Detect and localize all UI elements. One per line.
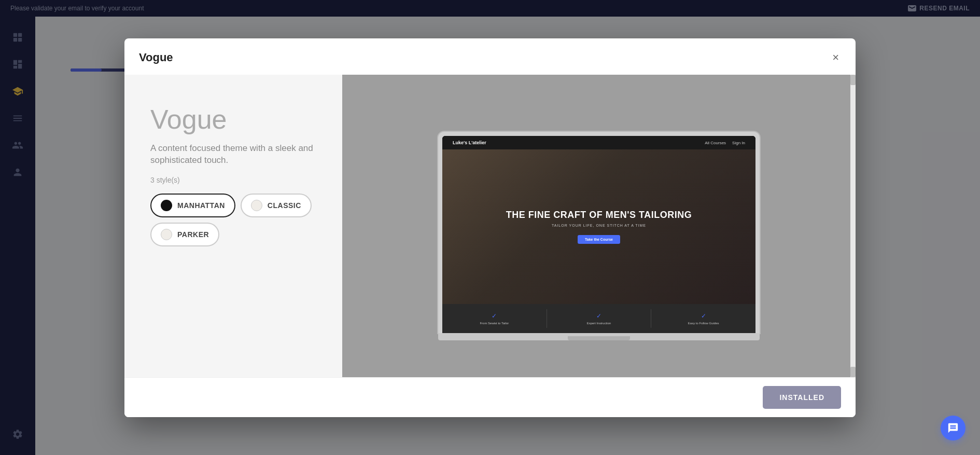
parker-dot [161, 229, 172, 240]
modal-body: Vogue A content focused theme with a sle… [124, 75, 856, 377]
scroll-thumb-bottom[interactable] [850, 367, 856, 377]
laptop-mockup: Luke's L'atelier All Courses Sign In [438, 132, 760, 340]
site-preview: Luke's L'atelier All Courses Sign In [442, 136, 755, 333]
site-features: ✓ From Sewist to Tailor ✓ Expert Instruc… [442, 304, 755, 333]
hero-cta-button[interactable]: Take the Course [578, 235, 620, 244]
vogue-modal: Vogue × Vogue A content focused theme wi… [124, 38, 856, 417]
hero-cta-label: Take the Course [585, 238, 613, 241]
styles-count: 3 style(s) [150, 176, 316, 184]
feature-text-3: Easy to Follow Guides [688, 322, 719, 325]
chat-bubble-button[interactable] [941, 416, 965, 440]
feature-text-1: From Sewist to Tailor [480, 322, 509, 325]
classic-dot [251, 200, 262, 211]
modal-header: Vogue × [124, 38, 856, 75]
installed-button[interactable]: INSTALLED [763, 386, 841, 409]
style-buttons-group: MANHATTAN CLASSIC PARKER [150, 194, 316, 246]
laptop-screen-inner: Luke's L'atelier All Courses Sign In [442, 136, 755, 333]
installed-label: INSTALLED [779, 393, 824, 402]
site-brand: Luke's L'atelier [453, 140, 486, 145]
scroll-thumb-top[interactable] [850, 75, 856, 85]
theme-description: A content focused theme with a sleek and… [150, 142, 316, 167]
style-button-manhattan[interactable]: MANHATTAN [150, 194, 235, 217]
nav-link-signin: Sign In [732, 141, 745, 145]
nav-link-courses: All Courses [705, 141, 726, 145]
modal-right-panel: Luke's L'atelier All Courses Sign In [342, 75, 856, 377]
manhattan-dot [161, 200, 172, 211]
feature-item-1: ✓ From Sewist to Tailor [442, 309, 547, 328]
laptop-screen-outer: Luke's L'atelier All Courses Sign In [438, 132, 760, 333]
manhattan-label: MANHATTAN [177, 201, 225, 210]
parker-label: PARKER [177, 230, 209, 239]
style-button-parker[interactable]: PARKER [150, 223, 219, 246]
hero-subtitle: TAILOR YOUR LIFE, ONE STITCH AT A TIME [506, 224, 692, 227]
modal-left-panel: Vogue A content focused theme with a sle… [124, 75, 342, 377]
laptop-base [438, 333, 760, 340]
site-hero: THE FINE CRAFT OF MEN'S TAILORING TAILOR… [442, 149, 755, 304]
close-button[interactable]: × [830, 49, 841, 66]
feature-icon-1: ✓ [492, 312, 497, 320]
site-nav-links: All Courses Sign In [705, 141, 745, 145]
style-button-classic[interactable]: CLASSIC [241, 194, 312, 217]
feature-text-2: Expert Instruction [587, 322, 611, 325]
feature-icon-3: ✓ [701, 312, 706, 320]
close-icon: × [832, 51, 839, 64]
hero-title: THE FINE CRAFT OF MEN'S TAILORING [506, 210, 692, 220]
modal-overlay[interactable]: Vogue × Vogue A content focused theme wi… [0, 0, 980, 455]
modal-footer: INSTALLED [124, 377, 856, 417]
feature-item-2: ✓ Expert Instruction [547, 309, 652, 328]
theme-name-large: Vogue [150, 106, 316, 133]
modal-title: Vogue [139, 51, 173, 64]
scroll-track[interactable] [850, 75, 856, 377]
site-nav: Luke's L'atelier All Courses Sign In [442, 136, 755, 149]
chat-icon [947, 422, 959, 434]
feature-item-3: ✓ Easy to Follow Guides [651, 309, 755, 328]
hero-content: THE FINE CRAFT OF MEN'S TAILORING TAILOR… [506, 210, 692, 244]
feature-icon-2: ✓ [596, 312, 601, 320]
classic-label: CLASSIC [268, 201, 301, 210]
